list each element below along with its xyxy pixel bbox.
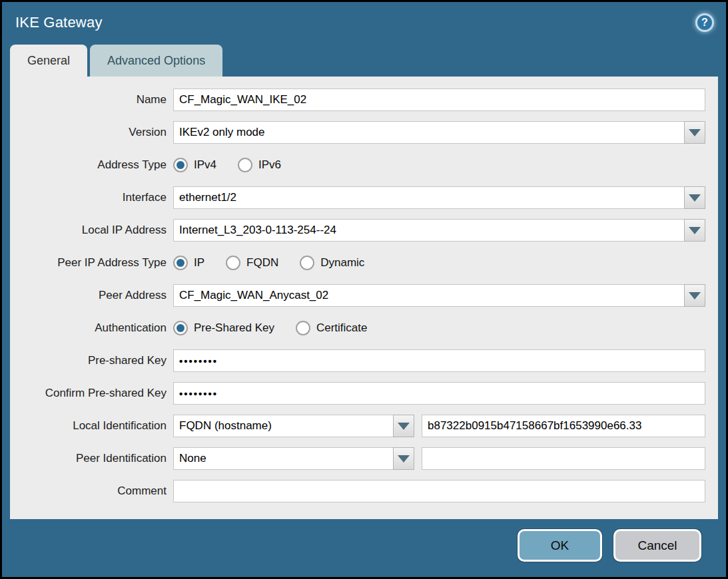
ipv6-radio-label: IPv6 [258,158,281,172]
chevron-down-icon [689,129,701,136]
local-identification-value-input[interactable] [422,415,705,437]
form-row-version: Version [10,121,705,144]
ike-gateway-dialog: IKE Gateway ? General Advanced Options N… [0,0,728,579]
name-input[interactable] [173,89,705,111]
peer-address-label: Peer Address [10,289,173,302]
address-type-label: Address Type [10,158,173,172]
local-ip-address-input[interactable] [173,219,684,242]
interface-dropdown-button[interactable] [684,186,705,209]
chevron-down-icon [398,423,410,430]
chevron-down-icon [398,455,410,463]
peer-identification-type-input[interactable] [173,447,393,470]
chevron-down-icon [689,292,701,299]
peer-fqdn-radio-label: FQDN [246,256,278,270]
comment-input[interactable] [173,480,705,502]
peer-identification-label: Peer Identification [10,452,173,465]
pre-shared-key-radio-label: Pre-Shared Key [194,321,274,335]
authentication-label: Authentication [10,321,173,335]
version-input[interactable] [173,121,684,144]
ok-button[interactable]: OK [518,529,602,562]
form-row-confirm-pre-shared-key: Confirm Pre-shared Key [10,382,705,405]
confirm-pre-shared-key-input[interactable] [173,382,705,405]
peer-identification-value-input[interactable] [422,447,705,470]
form-row-local-identification: Local Identification [10,415,705,437]
peer-dynamic-radio[interactable] [300,256,314,270]
form-row-peer-ip-address-type: Peer IP Address Type IP FQDN Dynamic [10,252,705,274]
ipv4-radio-label: IPv4 [194,158,216,172]
version-dropdown-button[interactable] [684,121,705,144]
form-row-interface: Interface [10,186,705,209]
help-icon[interactable]: ? [695,13,714,32]
interface-label: Interface [10,191,173,204]
ipv6-radio[interactable] [238,158,252,172]
peer-address-input[interactable] [173,284,684,307]
tab-general[interactable]: General [10,45,87,77]
comment-label: Comment [10,484,173,498]
form-row-name: Name [10,89,705,111]
form-row-comment: Comment [10,480,705,502]
peer-identification-dropdown-button[interactable] [393,447,414,470]
local-ip-address-label: Local IP Address [10,224,173,237]
pre-shared-key-label: Pre-shared Key [10,354,173,367]
name-label: Name [10,93,173,106]
pre-shared-key-radio[interactable] [173,321,188,335]
chevron-down-icon [689,194,701,202]
certificate-radio-label: Certificate [316,321,368,335]
tab-strip: General Advanced Options [2,43,726,77]
form-row-address-type: Address Type IPv4 IPv6 [10,154,705,176]
local-identification-label: Local Identification [10,419,173,433]
peer-ip-radio-label: IP [194,256,204,270]
peer-ip-radio[interactable] [173,256,188,270]
local-identification-dropdown-button[interactable] [393,415,414,437]
peer-dynamic-radio-label: Dynamic [320,256,364,270]
local-ip-address-dropdown-button[interactable] [684,219,705,242]
title-bar: IKE Gateway ? [2,2,726,43]
peer-address-dropdown-button[interactable] [684,284,705,307]
interface-input[interactable] [173,186,684,209]
footer-bar: OK Cancel [2,519,726,577]
form-row-peer-address: Peer Address [10,284,705,307]
ipv4-radio[interactable] [173,158,188,172]
version-label: Version [10,126,173,139]
certificate-radio[interactable] [296,321,310,335]
cancel-button[interactable]: Cancel [613,529,701,562]
dialog-title: IKE Gateway [15,14,103,31]
tab-advanced-options[interactable]: Advanced Options [90,45,222,77]
chevron-down-icon [689,227,701,234]
form-row-peer-identification: Peer Identification [10,447,705,470]
peer-ip-address-type-label: Peer IP Address Type [10,256,173,270]
form-row-local-ip-address: Local IP Address [10,219,705,242]
local-identification-type-input[interactable] [173,415,393,437]
pre-shared-key-input[interactable] [173,349,705,372]
peer-fqdn-radio[interactable] [226,256,240,270]
general-tab-panel: Name Version Address Type IPv4 [10,77,718,519]
confirm-pre-shared-key-label: Confirm Pre-shared Key [10,387,173,400]
form-row-pre-shared-key: Pre-shared Key [10,349,705,372]
form-row-authentication: Authentication Pre-Shared Key Certificat… [10,317,705,339]
